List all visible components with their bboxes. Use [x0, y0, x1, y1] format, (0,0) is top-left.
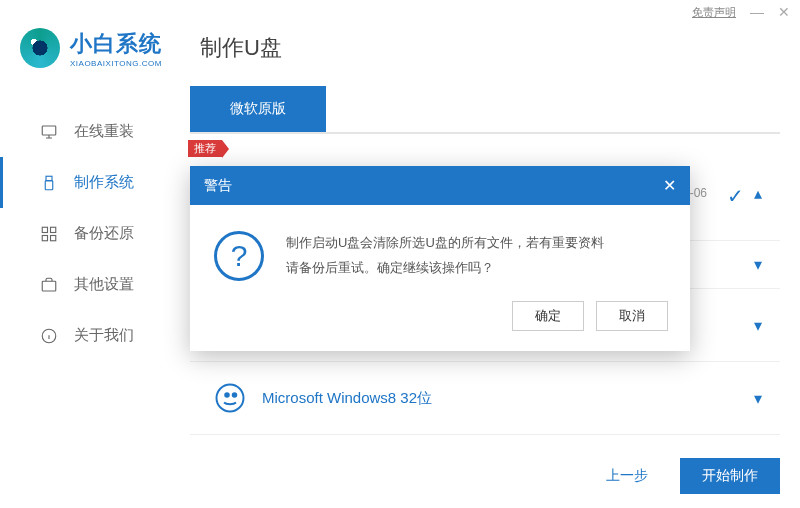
check-icon[interactable]: ✓	[727, 184, 744, 208]
sidebar-item-make-system[interactable]: 制作系统	[0, 157, 180, 208]
info-icon	[40, 327, 58, 345]
svg-rect-5	[42, 235, 47, 240]
prev-button[interactable]: 上一步	[584, 458, 670, 494]
header: 小白系统 XIAOBAIXITONG.COM 制作U盘	[0, 20, 800, 86]
sidebar: 在线重装 制作系统 备份还原 其他设置 关于我们	[0, 86, 180, 502]
dialog-cancel-button[interactable]: 取消	[596, 301, 668, 331]
svg-rect-2	[45, 180, 53, 189]
disclaimer-link[interactable]: 免责声明	[692, 5, 736, 20]
minimize-icon[interactable]: —	[750, 4, 764, 20]
warning-dialog: 警告 ✕ ? 制作启动U盘会清除所选U盘的所有文件，若有重要资料 请备份后重试。…	[190, 166, 690, 351]
question-icon: ?	[214, 231, 264, 281]
start-button[interactable]: 开始制作	[680, 458, 780, 494]
dialog-message: 制作启动U盘会清除所选U盘的所有文件，若有重要资料 请备份后重试。确定继续该操作…	[286, 231, 604, 281]
svg-point-13	[225, 394, 229, 398]
svg-rect-0	[42, 126, 56, 135]
close-icon[interactable]: ✕	[778, 4, 790, 20]
grid-icon	[40, 225, 58, 243]
tab-ms-original[interactable]: 微软原版	[190, 86, 326, 132]
chevron-up-icon[interactable]: ▴	[754, 184, 762, 203]
app-logo	[20, 28, 60, 68]
sidebar-item-label: 在线重装	[74, 122, 134, 141]
sidebar-item-online-reinstall[interactable]: 在线重装	[0, 106, 180, 157]
sidebar-item-other-settings[interactable]: 其他设置	[0, 259, 180, 310]
os-name: Microsoft Windows8 32位	[262, 389, 754, 408]
sidebar-item-label: 备份还原	[74, 224, 134, 243]
svg-rect-4	[51, 227, 56, 232]
recommend-badge: 推荐	[188, 140, 222, 157]
chevron-down-icon[interactable]: ▾	[754, 316, 762, 335]
sidebar-item-label: 关于我们	[74, 326, 134, 345]
svg-rect-6	[51, 235, 56, 240]
briefcase-icon	[40, 276, 58, 294]
sidebar-item-backup-restore[interactable]: 备份还原	[0, 208, 180, 259]
os-icon	[212, 380, 248, 416]
footer: 上一步 开始制作	[584, 458, 780, 494]
sidebar-item-label: 制作系统	[74, 173, 134, 192]
chevron-down-icon[interactable]: ▾	[754, 389, 762, 408]
dialog-ok-button[interactable]: 确定	[512, 301, 584, 331]
chevron-down-icon[interactable]: ▾	[754, 255, 762, 274]
page-title: 制作U盘	[200, 33, 282, 63]
dialog-close-icon[interactable]: ✕	[663, 176, 676, 195]
os-row-win8[interactable]: Microsoft Windows8 32位 ▾	[190, 362, 780, 435]
dialog-title: 警告	[204, 177, 232, 195]
svg-rect-7	[42, 281, 56, 291]
brand-title: 小白系统	[70, 29, 162, 59]
sidebar-item-label: 其他设置	[74, 275, 134, 294]
usb-icon	[40, 174, 58, 192]
monitor-icon	[40, 123, 58, 141]
sidebar-item-about[interactable]: 关于我们	[0, 310, 180, 361]
svg-point-12	[217, 385, 244, 412]
svg-point-14	[233, 394, 237, 398]
svg-rect-3	[42, 227, 47, 232]
svg-rect-1	[46, 176, 52, 181]
brand-subtitle: XIAOBAIXITONG.COM	[70, 59, 162, 68]
tabs: 微软原版	[190, 86, 780, 134]
